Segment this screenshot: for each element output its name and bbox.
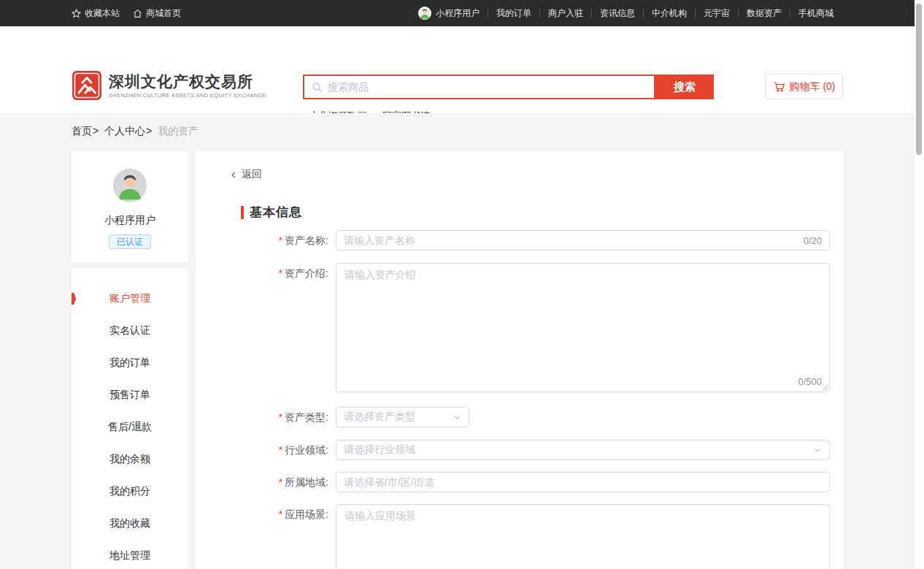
topbar-link-intermediary[interactable]: 中介机构 bbox=[643, 9, 695, 18]
sidebar: 小程序用户 已认证 账户管理 实名认证 我的订单 预售订单 售后/退款 我的余额… bbox=[72, 151, 188, 569]
search-input[interactable] bbox=[328, 81, 654, 93]
sidebar-item-my-points[interactable]: 我的积分 bbox=[72, 476, 188, 508]
sidebar-item-presale-orders[interactable]: 预售订单 bbox=[72, 379, 188, 411]
cart-icon bbox=[773, 81, 785, 93]
breadcrumb-personal-center[interactable]: 个人中心 bbox=[104, 125, 145, 137]
field-label: *资产类型: bbox=[196, 407, 328, 427]
topbar: 收藏本站 商城首页 小程序用户 我的订单 商户入驻 资讯信息 中介机构 元宇宙 … bbox=[0, 0, 915, 26]
topbar-link-metaverse[interactable]: 元宇宙 bbox=[695, 9, 738, 18]
user-avatar-small bbox=[418, 7, 431, 20]
asset-name-input[interactable] bbox=[344, 234, 798, 246]
breadcrumb-home[interactable]: 首页 bbox=[72, 125, 92, 137]
cart-button[interactable]: 购物车 (0) bbox=[765, 74, 843, 99]
select-placeholder: 请选择资产类型 bbox=[344, 410, 453, 424]
sidebar-menu: 账户管理 实名认证 我的订单 预售订单 售后/退款 我的余额 我的积分 我的收藏… bbox=[72, 268, 188, 569]
field-label: *行业领域: bbox=[196, 440, 328, 460]
sidebar-item-label: 预售订单 bbox=[109, 389, 150, 402]
sidebar-item-label: 售后/退款 bbox=[108, 421, 152, 434]
asset-intro-textarea[interactable] bbox=[336, 264, 829, 392]
required-asterisk: * bbox=[279, 476, 282, 488]
sidebar-item-address-management[interactable]: 地址管理 bbox=[72, 540, 188, 569]
chevron-left-icon bbox=[230, 171, 238, 179]
topbar-link-my-orders[interactable]: 我的订单 bbox=[488, 9, 539, 18]
select-placeholder: 请选择行业领域 bbox=[344, 443, 813, 457]
asset-name-counter: 0/20 bbox=[804, 235, 822, 246]
section-title-text: 基本信息 bbox=[250, 204, 302, 221]
required-asterisk: * bbox=[279, 234, 282, 246]
sidebar-username: 小程序用户 bbox=[104, 214, 155, 227]
asset-type-select[interactable]: 请选择资产类型 bbox=[336, 407, 469, 427]
back-button[interactable]: 返回 bbox=[230, 168, 281, 181]
sidebar-item-label: 我的余额 bbox=[109, 453, 150, 466]
industry-select[interactable]: 请选择行业领域 bbox=[336, 440, 830, 460]
sidebar-item-label: 我的收藏 bbox=[109, 517, 150, 530]
asset-intro-counter: 0/500 bbox=[798, 376, 822, 387]
sidebar-item-realname-verification[interactable]: 实名认证 bbox=[72, 315, 188, 347]
topbar-link-merchant-entry[interactable]: 商户入驻 bbox=[539, 9, 591, 18]
application-scenario-textarea[interactable] bbox=[336, 505, 829, 569]
topbar-link-label: 中介机构 bbox=[652, 9, 687, 18]
sidebar-item-my-balance[interactable]: 我的余额 bbox=[72, 443, 188, 476]
logo-subtitle: SHENZHEN CULTURE ASSETS AND EQUITY EXCHA… bbox=[109, 92, 266, 99]
scrollbar-track[interactable] bbox=[915, 0, 924, 569]
topbar-user[interactable]: 小程序用户 bbox=[410, 7, 488, 20]
field-label: *应用场景: bbox=[196, 504, 328, 524]
required-asterisk: * bbox=[279, 444, 282, 456]
section-title-bar bbox=[241, 206, 244, 219]
topbar-link-label: 数据资产 bbox=[747, 9, 782, 18]
field-label: *所属地域: bbox=[196, 472, 328, 492]
breadcrumb: 首页> 个人中心> 我的资产 bbox=[72, 125, 199, 138]
breadcrumb-separator: > bbox=[146, 125, 152, 137]
sidebar-item-label: 地址管理 bbox=[109, 549, 150, 562]
field-label: *资产名称: bbox=[196, 230, 328, 251]
topbar-link-news[interactable]: 资讯信息 bbox=[591, 9, 643, 18]
field-asset-type: *资产类型: 请选择资产类型 bbox=[196, 407, 843, 427]
favorite-site-label: 收藏本站 bbox=[85, 7, 120, 20]
chevron-down-icon bbox=[813, 446, 822, 454]
field-application-scenario: *应用场景: bbox=[196, 504, 843, 569]
topbar-link-label: 元宇宙 bbox=[704, 9, 730, 18]
search-button[interactable]: 搜索 bbox=[655, 75, 714, 99]
sidebar-item-account-management[interactable]: 账户管理 bbox=[72, 283, 188, 315]
sidebar-item-label: 实名认证 bbox=[109, 324, 150, 337]
sidebar-item-my-orders[interactable]: 我的订单 bbox=[72, 347, 188, 379]
field-label: *资产介绍: bbox=[196, 263, 328, 283]
profile-card: 小程序用户 已认证 bbox=[72, 151, 188, 262]
search-bar: 搜索 bbox=[303, 75, 714, 99]
header: 深圳文化产权交易所 SHENZHEN CULTURE ASSETS AND EQ… bbox=[0, 26, 915, 113]
breadcrumb-separator: > bbox=[93, 125, 99, 137]
search-icon bbox=[312, 82, 323, 93]
breadcrumb-current: 我的资产 bbox=[158, 125, 199, 137]
sidebar-item-aftersale-refund[interactable]: 售后/退款 bbox=[72, 411, 188, 443]
field-region: *所属地域: bbox=[196, 472, 843, 492]
sidebar-item-label: 账户管理 bbox=[109, 292, 150, 305]
scrollbar-thumb[interactable] bbox=[916, 4, 922, 155]
topbar-link-mobile-mall[interactable]: 手机商城 bbox=[790, 9, 842, 18]
sidebar-item-my-favorites[interactable]: 我的收藏 bbox=[72, 508, 188, 540]
verified-badge: 已认证 bbox=[109, 234, 151, 249]
field-asset-name: *资产名称: 0/20 bbox=[196, 230, 843, 251]
topbar-link-label: 手机商城 bbox=[798, 9, 833, 18]
back-label: 返回 bbox=[242, 168, 262, 181]
logo[interactable]: 深圳文化产权交易所 SHENZHEN CULTURE ASSETS AND EQ… bbox=[72, 70, 266, 101]
topbar-link-label: 资讯信息 bbox=[600, 9, 635, 18]
main-card: 返回 基本信息 *资产名称: 0/20 bbox=[196, 151, 843, 569]
content: 首页> 个人中心> 我的资产 小程序用户 已认证 账户管理 实名认证 我的订单 … bbox=[0, 113, 915, 569]
required-asterisk: * bbox=[279, 267, 282, 279]
cart-label: 购物车 (0) bbox=[790, 80, 836, 93]
topbar-link-data-assets[interactable]: 数据资产 bbox=[738, 9, 790, 18]
resize-handle-icon[interactable] bbox=[821, 383, 828, 391]
page: 收藏本站 商城首页 小程序用户 我的订单 商户入驻 资讯信息 中介机构 元宇宙 … bbox=[0, 0, 915, 569]
region-input[interactable] bbox=[344, 476, 822, 488]
favorite-site-link[interactable]: 收藏本站 bbox=[72, 7, 120, 20]
mall-home-link[interactable]: 商城首页 bbox=[133, 7, 181, 20]
topbar-link-label: 商户入驻 bbox=[548, 9, 583, 18]
chevron-down-icon bbox=[453, 413, 461, 421]
field-asset-intro: *资产介绍: 0/500 bbox=[196, 263, 843, 392]
home-icon bbox=[133, 9, 142, 18]
required-asterisk: * bbox=[279, 411, 282, 423]
logo-title: 深圳文化产权交易所 bbox=[109, 73, 266, 91]
logo-seal-icon bbox=[72, 70, 102, 101]
topbar-link-label: 我的订单 bbox=[496, 9, 531, 18]
active-marker bbox=[72, 293, 76, 305]
